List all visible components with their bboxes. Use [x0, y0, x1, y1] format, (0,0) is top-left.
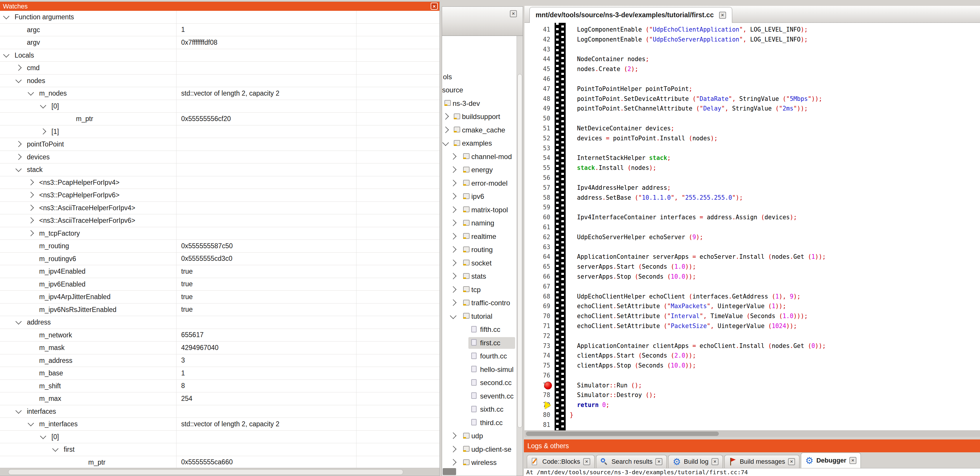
- watch-row[interactable]: [0]: [0, 431, 439, 444]
- watch-row[interactable]: m_routingv60x5555555cd3c0: [0, 252, 439, 265]
- project-tree-vscrollbar-thumb[interactable]: [517, 74, 522, 428]
- line-number[interactable]: 72: [525, 331, 554, 341]
- chevron-down-icon[interactable]: [450, 312, 457, 319]
- code-text-area[interactable]: LogComponentEnable ("UdpEchoClientApplic…: [570, 25, 980, 430]
- line-number[interactable]: 71: [525, 321, 554, 331]
- tree-item[interactable]: wireless: [442, 456, 517, 469]
- line-number[interactable]: 43: [525, 45, 554, 55]
- line-number[interactable]: 58: [525, 193, 554, 203]
- watch-row[interactable]: m_mask4294967040: [0, 342, 439, 355]
- chevron-down-icon[interactable]: [40, 102, 46, 109]
- tree-item[interactable]: traffic-contro: [442, 297, 517, 310]
- watches-table[interactable]: Function argumentsargc1argv0x7fffffffdf0…: [0, 11, 439, 468]
- breakpoint-icon[interactable]: [544, 382, 552, 390]
- project-tree-vscrollbar[interactable]: [517, 36, 523, 476]
- line-number[interactable]: 65: [525, 262, 554, 272]
- line-number[interactable]: 54: [525, 153, 554, 163]
- watch-row[interactable]: m_ptr0x55555556cf20: [0, 113, 439, 125]
- project-tree-hscrollbar-thumb[interactable]: [443, 468, 456, 475]
- line-number[interactable]: 78: [525, 390, 554, 400]
- watch-row[interactable]: m_shift8: [0, 380, 439, 393]
- line-number[interactable]: 56: [525, 173, 554, 183]
- tree-item[interactable]: buildsupport: [442, 110, 517, 123]
- watch-row[interactable]: [1]: [0, 125, 439, 138]
- log-tab-close-icon[interactable]: ×: [850, 457, 856, 464]
- chevron-down-icon[interactable]: [40, 433, 46, 439]
- watch-row[interactable]: m_address3: [0, 355, 439, 367]
- logs-title-bar[interactable]: Logs & others: [524, 439, 980, 452]
- tree-item[interactable]: udp-client-se: [442, 442, 517, 456]
- watch-row[interactable]: m_ipv6Enabledtrue: [0, 278, 439, 291]
- line-number[interactable]: 52: [525, 134, 554, 144]
- tree-item[interactable]: sixth.cc: [442, 403, 517, 416]
- watch-row[interactable]: address: [0, 316, 439, 329]
- tree-item[interactable]: naming: [442, 217, 517, 230]
- watch-row[interactable]: m_ipv6NsRsJitterEnabledtrue: [0, 303, 439, 316]
- line-number[interactable]: 70: [525, 311, 554, 321]
- project-panel-close-icon[interactable]: ×: [510, 10, 517, 17]
- tree-item[interactable]: third.cc: [442, 416, 517, 429]
- line-number[interactable]: 60: [525, 212, 554, 222]
- tree-item[interactable]: udp: [442, 430, 517, 442]
- chevron-right-icon[interactable]: [40, 128, 46, 134]
- chevron-right-icon[interactable]: [450, 233, 457, 240]
- watch-row[interactable]: m_network655617: [0, 329, 439, 342]
- watch-row[interactable]: argv0x7fffffffdf08: [0, 36, 439, 49]
- tree-item[interactable]: matrix-topol: [442, 203, 517, 216]
- line-number[interactable]: 50: [525, 114, 554, 124]
- line-number[interactable]: 61: [525, 222, 554, 232]
- line-number[interactable]: 67: [525, 282, 554, 292]
- line-number[interactable]: 41: [525, 25, 554, 35]
- chevron-right-icon[interactable]: [450, 259, 457, 266]
- chevron-down-icon[interactable]: [28, 89, 34, 96]
- watch-row[interactable]: first: [0, 443, 439, 456]
- tree-item[interactable]: energy: [442, 163, 517, 177]
- chevron-right-icon[interactable]: [16, 65, 22, 71]
- line-number[interactable]: 57: [525, 183, 554, 193]
- tree-item[interactable]: seventh.cc: [442, 390, 517, 403]
- log-tab-search-results[interactable]: Search results×: [596, 455, 667, 468]
- chevron-right-icon[interactable]: [450, 286, 457, 293]
- watch-row[interactable]: pointToPoint: [0, 138, 439, 151]
- log-tab-build-log[interactable]: ⚙Build log×: [668, 455, 722, 468]
- watch-row[interactable]: argc1: [0, 24, 439, 37]
- watch-row[interactable]: <ns3::PcapHelperForIpv4>: [0, 176, 439, 189]
- watch-row[interactable]: devices: [0, 151, 439, 164]
- tree-item[interactable]: ns-3-dev: [442, 97, 517, 110]
- editor-hscrollbar-thumb[interactable]: [526, 431, 719, 436]
- watches-title-bar[interactable]: Watches ×: [0, 2, 439, 11]
- line-number[interactable]: 75: [525, 361, 554, 371]
- line-number[interactable]: 68: [525, 292, 554, 302]
- watch-row[interactable]: stack: [0, 163, 439, 176]
- line-number[interactable]: 46: [525, 74, 554, 84]
- chevron-right-icon[interactable]: [442, 126, 449, 133]
- chevron-right-icon[interactable]: [16, 141, 22, 147]
- chevron-down-icon[interactable]: [3, 51, 10, 58]
- tree-item[interactable]: ipv6: [442, 190, 517, 203]
- chevron-down-icon[interactable]: [28, 420, 34, 426]
- watch-row[interactable]: <ns3::AsciiTraceHelperForIpv6>: [0, 214, 439, 227]
- chevron-right-icon[interactable]: [450, 193, 457, 200]
- chevron-right-icon[interactable]: [28, 217, 34, 224]
- chevron-down-icon[interactable]: [3, 13, 10, 19]
- tree-item[interactable]: second.cc: [442, 376, 517, 390]
- watch-row[interactable]: nodes: [0, 75, 439, 88]
- log-tab-close-icon[interactable]: ×: [788, 458, 795, 465]
- watches-close-icon[interactable]: ×: [431, 3, 438, 10]
- watches-hscrollbar-thumb[interactable]: [8, 469, 403, 475]
- watches-hscrollbar[interactable]: [0, 468, 439, 476]
- log-tab-close-icon[interactable]: ×: [711, 458, 719, 465]
- code-editor[interactable]: 4142434445464748495051525354555657585960…: [525, 23, 980, 430]
- line-number[interactable]: 51: [525, 124, 554, 134]
- chevron-right-icon[interactable]: [450, 459, 457, 466]
- watch-row[interactable]: m_interfacesstd::vector of length 2, cap…: [0, 418, 439, 431]
- watch-row[interactable]: interfaces: [0, 405, 439, 418]
- tree-item[interactable]: first.cc: [442, 336, 517, 350]
- project-tree[interactable]: olssourcens-3-devbuildsupportcmake_cache…: [442, 36, 517, 476]
- chevron-right-icon[interactable]: [28, 192, 34, 198]
- watch-row[interactable]: Locals: [0, 49, 439, 62]
- editor-tab-close-icon[interactable]: ×: [719, 12, 726, 19]
- line-number[interactable]: 49: [525, 104, 554, 114]
- chevron-right-icon[interactable]: [16, 154, 22, 160]
- tree-item[interactable]: socket: [442, 256, 517, 270]
